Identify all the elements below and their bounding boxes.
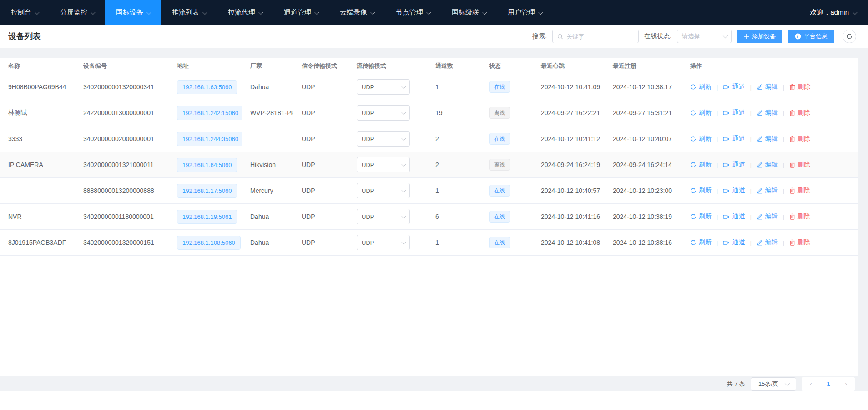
cell-address: 192.168.1.19:5061 [169, 210, 242, 224]
delete-action[interactable]: 删除 [789, 213, 810, 221]
address-tag[interactable]: 192.168.1.63:5060 [177, 80, 237, 94]
address-tag[interactable]: 192.168.1.17:5060 [177, 184, 237, 198]
refresh-list-button[interactable] [843, 30, 856, 43]
delete-action[interactable]: 删除 [789, 109, 810, 117]
edit-action[interactable]: 编辑 [757, 213, 778, 221]
stream-mode-select[interactable]: UDP [357, 105, 410, 121]
action-divider: | [750, 239, 751, 246]
stream-mode-select[interactable]: UDP [357, 79, 410, 95]
cell-stream-mode: UDP [348, 235, 427, 250]
edit-action[interactable]: 编辑 [757, 238, 778, 247]
column-header: 最近心跳 [533, 62, 605, 70]
stream-mode-select[interactable]: UDP [357, 131, 410, 147]
refresh-action[interactable]: 刷新 [690, 161, 712, 169]
page-size-select[interactable]: 15条/页 [751, 377, 796, 391]
cell-status: 在线 [481, 81, 533, 93]
refresh-icon [690, 239, 696, 246]
trash-icon [789, 110, 795, 116]
nav-item-拉流代理[interactable]: 拉流代理 [217, 0, 273, 25]
channels-action[interactable]: 通道 [723, 161, 745, 169]
welcome-text: 欢迎，admin [810, 8, 849, 17]
pagination-total: 共 7 条 [727, 380, 745, 388]
refresh-action[interactable]: 刷新 [690, 187, 712, 195]
channels-action[interactable]: 通道 [723, 135, 745, 143]
refresh-action[interactable]: 刷新 [690, 83, 712, 91]
nav-item-国标设备[interactable]: 国标设备 [105, 0, 161, 25]
video-camera-icon [723, 110, 730, 116]
search-input-wrap [552, 30, 639, 43]
pager: ‹ 1 › [802, 377, 855, 391]
action-divider: | [750, 162, 751, 168]
cell-signal-mode: UDP [293, 187, 348, 194]
current-page[interactable]: 1 [820, 380, 838, 387]
address-tag[interactable]: 192.168.1.64:5060 [177, 158, 237, 172]
refresh-action[interactable]: 刷新 [690, 213, 712, 221]
chevron-down-icon [370, 9, 375, 14]
user-menu[interactable]: 欢迎，admin [810, 0, 868, 25]
delete-action[interactable]: 删除 [789, 187, 810, 195]
cell-address: 192.168.1.244:35060 [169, 132, 242, 146]
pagination: 共 7 条 15条/页 ‹ 1 › [0, 376, 858, 391]
cell-registered: 2024-10-12 10:23:00 [605, 187, 682, 194]
nav-item-控制台[interactable]: 控制台 [0, 0, 49, 25]
chevron-down-icon [401, 162, 406, 167]
platform-info-button[interactable]: 平台信息 [788, 30, 834, 43]
channels-action[interactable]: 通道 [723, 238, 745, 247]
edit-action[interactable]: 编辑 [757, 83, 778, 91]
address-tag[interactable]: 192.168.1.108:5060 [177, 236, 241, 250]
nav-item-推流列表[interactable]: 推流列表 [161, 0, 217, 25]
nav-item-分屏监控[interactable]: 分屏监控 [49, 0, 105, 25]
nav-item-label: 通道管理 [284, 8, 311, 17]
prev-page-button[interactable]: ‹ [802, 380, 820, 387]
refresh-icon [690, 162, 696, 168]
nav-item-节点管理[interactable]: 节点管理 [385, 0, 441, 25]
nav-item-通道管理[interactable]: 通道管理 [273, 0, 329, 25]
edit-action[interactable]: 编辑 [757, 161, 778, 169]
add-device-label: 添加设备 [752, 32, 776, 40]
cell-registered: 2024-10-12 10:40:07 [605, 135, 682, 142]
refresh-action[interactable]: 刷新 [690, 135, 712, 143]
stream-mode-select[interactable]: UDP [357, 209, 410, 224]
edit-action[interactable]: 编辑 [757, 109, 778, 117]
cell-channels: 2 [427, 135, 481, 142]
edit-pencil-icon [757, 213, 763, 220]
edit-action-label: 编辑 [765, 135, 778, 143]
channels-action[interactable]: 通道 [723, 213, 745, 221]
stream-mode-select[interactable]: UDP [357, 183, 410, 198]
nav-item-label: 分屏监控 [60, 8, 87, 17]
nav-item-国标级联[interactable]: 国标级联 [441, 0, 497, 25]
stream-mode-select[interactable]: UDP [357, 235, 410, 250]
edit-action[interactable]: 编辑 [757, 187, 778, 195]
plus-icon [744, 34, 749, 39]
address-tag[interactable]: 192.168.1.19:5061 [177, 210, 237, 224]
nav-item-label: 节点管理 [396, 8, 423, 17]
refresh-action[interactable]: 刷新 [690, 109, 712, 117]
delete-action[interactable]: 删除 [789, 161, 810, 169]
delete-action[interactable]: 删除 [789, 238, 810, 247]
refresh-icon [690, 213, 696, 220]
stream-mode-select[interactable]: UDP [357, 157, 410, 172]
channels-action[interactable]: 通道 [723, 187, 745, 195]
refresh-icon [690, 110, 696, 116]
action-divider: | [783, 84, 784, 91]
refresh-action[interactable]: 刷新 [690, 238, 712, 247]
channels-action[interactable]: 通道 [723, 83, 745, 91]
edit-action[interactable]: 编辑 [757, 135, 778, 143]
add-device-button[interactable]: 添加设备 [737, 30, 782, 43]
delete-action[interactable]: 删除 [789, 135, 810, 143]
address-tag[interactable]: 192.168.1.242:15060 [177, 106, 242, 120]
chevron-down-icon [314, 9, 319, 14]
nav-item-云端录像[interactable]: 云端录像 [329, 0, 385, 25]
cell-registered: 2024-09-24 16:24:14 [605, 161, 682, 168]
cell-heartbeat: 2024-09-27 16:22:21 [533, 109, 605, 116]
address-tag[interactable]: 192.168.1.244:35060 [177, 132, 242, 146]
nav-item-用户管理[interactable]: 用户管理 [497, 0, 553, 25]
delete-action[interactable]: 删除 [789, 83, 810, 91]
online-status-select[interactable]: 请选择 [677, 30, 732, 43]
search-input[interactable] [566, 33, 634, 40]
edit-pencil-icon [757, 84, 763, 90]
action-divider: | [717, 213, 718, 220]
trash-icon [789, 136, 795, 142]
channels-action[interactable]: 通道 [723, 109, 745, 117]
next-page-button[interactable]: › [837, 380, 855, 387]
